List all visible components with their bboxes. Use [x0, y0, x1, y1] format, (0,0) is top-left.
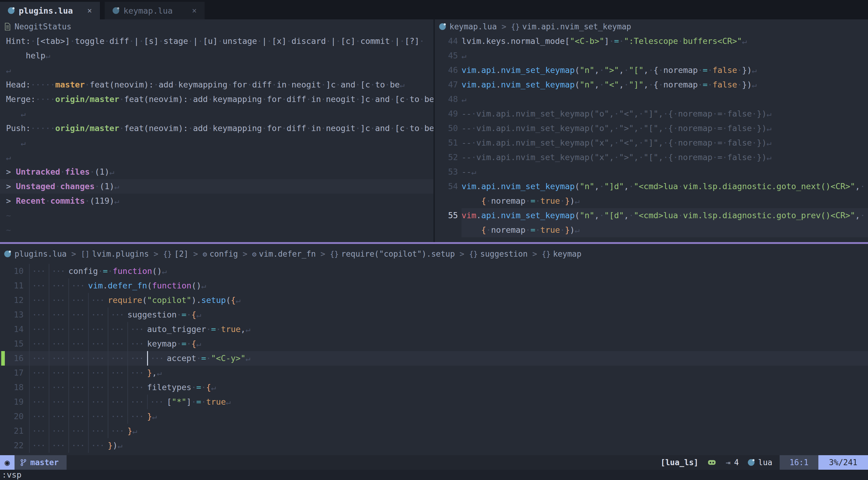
copilot-icon: [707, 458, 717, 467]
breadcrumb-item[interactable]: []lvim.plugins: [81, 249, 149, 258]
buffer-line[interactable]: ~: [0, 208, 433, 223]
gutter-sign-column: [0, 395, 6, 409]
buffer-line[interactable]: ↵: [0, 136, 433, 150]
line-number: 50: [435, 121, 462, 136]
code-line[interactable]: 46vim.api.nvim_set_keymap("n",·">",·"[",…: [435, 63, 868, 77]
code-line[interactable]: 20}↵: [0, 409, 868, 424]
indent-guide: [49, 424, 68, 438]
code-line[interactable]: 14auto_trigger·=·true,↵: [0, 322, 868, 337]
code-line[interactable]: 18filetypes·=·{↵: [0, 380, 868, 395]
gutter-sign-column: [0, 308, 6, 322]
indent-guide: [88, 409, 108, 424]
breadcrumb-separator: >: [455, 249, 469, 258]
code-line[interactable]: 13suggestion·=·{↵: [0, 308, 868, 322]
indent-guide: [108, 409, 127, 424]
code-line[interactable]: 45↵: [435, 49, 868, 63]
buffer-line[interactable]: ↵: [0, 63, 433, 77]
buffer-line[interactable]: > Untracked·files·(1)↵: [0, 165, 433, 179]
breadcrumb-item[interactable]: {}keymap: [542, 249, 581, 258]
code-line[interactable]: 52--·vim.api.nvim_set_keymap("x",·">",·"…: [435, 150, 868, 165]
indent-guide: [68, 409, 88, 424]
indent-guide: [108, 424, 127, 438]
code-line[interactable]: 53--↵: [435, 165, 868, 179]
breadcrumb-item[interactable]: {}suggestion: [469, 249, 528, 258]
tab-width-value: 4: [734, 458, 739, 467]
buffer-line[interactable]: help↵: [0, 49, 433, 63]
line-number: 18: [6, 380, 24, 395]
code-line[interactable]: 49--·vim.api.nvim_set_keymap("o",·"<",·"…: [435, 106, 868, 121]
indent-guide: [108, 395, 127, 409]
close-icon[interactable]: ×: [192, 6, 197, 15]
code-line[interactable]: {·noremap·=·true·})↵: [435, 194, 868, 208]
buffer-line[interactable]: ~: [0, 223, 433, 237]
indent-guide: [88, 351, 108, 365]
indent-guide: [29, 337, 49, 351]
code-line[interactable]: 11vim.defer_fn(function()↵: [0, 279, 868, 293]
buffer-line[interactable]: Push:·····origin/master·feat(neovim):·ad…: [0, 121, 433, 136]
breadcrumb-item[interactable]: {}vim.api.nvim_set_keymap: [511, 22, 631, 31]
tab-label: plugins.lua: [19, 6, 83, 15]
neogit-winbar: NeogitStatus: [0, 20, 433, 34]
code-line[interactable]: 47vim.api.nvim_set_keymap("n",·"<",·"]",…: [435, 77, 868, 92]
breadcrumb-item[interactable]: plugins.lua: [4, 249, 67, 258]
buffer-line[interactable]: ↵: [0, 106, 433, 121]
function-icon: ⚙: [203, 250, 207, 258]
code-line[interactable]: {·noremap·=·true·})↵: [435, 223, 868, 237]
breadcrumb-item[interactable]: {}[2]: [163, 249, 189, 258]
filetype-indicator: lua: [748, 458, 772, 467]
code-line[interactable]: 54vim.api.nvim_set_keymap("n",·"]d",·"<c…: [435, 179, 868, 194]
code-line[interactable]: 51--·vim.api.nvim_set_keymap("x",·"<",·"…: [435, 136, 868, 150]
indent-guide: [68, 337, 88, 351]
code-line[interactable]: 17},↵: [0, 365, 868, 380]
indent-guide: [108, 322, 127, 337]
code-line[interactable]: 15keymap·=·{↵: [0, 337, 868, 351]
line-number: 16: [6, 351, 24, 365]
command-line[interactable]: :vsp: [0, 470, 868, 480]
line-number: 52: [435, 150, 462, 165]
breadcrumb-label: config: [210, 249, 238, 258]
lua-file-icon: [113, 7, 119, 14]
breadcrumb-item[interactable]: keymap.lua: [439, 22, 497, 31]
indent-guide: [127, 409, 147, 424]
code-line[interactable]: 55vim.api.nvim_set_keymap("n",·"[d",·"<c…: [435, 208, 868, 223]
code-line[interactable]: 19["*"]·=·true↵: [0, 395, 868, 409]
tab-width-icon: ⇥: [726, 458, 731, 467]
close-icon[interactable]: ×: [87, 6, 92, 15]
line-number: 55: [435, 208, 462, 223]
git-branch-segment[interactable]: master: [14, 455, 67, 470]
indent-guide: [29, 424, 49, 438]
breadcrumb-label: keymap.lua: [450, 22, 497, 31]
buffer-line[interactable]: Merge:····origin/master·feat(neovim):·ad…: [0, 92, 433, 106]
buffer-line[interactable]: > Unstaged·changes·(1)↵: [0, 179, 433, 194]
indent-guide: [29, 279, 49, 293]
mode-indicator: ◉: [0, 455, 14, 470]
tab-width-indicator: ⇥ 4: [726, 458, 739, 467]
code-line[interactable]: 12require("copilot").setup({↵: [0, 293, 868, 308]
tab-keymap-lua[interactable]: keymap.lua ×: [105, 2, 205, 20]
breadcrumb-item[interactable]: ⚙config: [203, 249, 238, 258]
buffer-title: NeogitStatus: [14, 22, 71, 31]
buffer-line[interactable]: Head:·····master·feat(neovim):·add·keyma…: [0, 77, 433, 92]
code-line[interactable]: 44lvim.keys.normal_mode["<C-b>"]·=·":Tel…: [435, 34, 868, 49]
indent-guide: [49, 279, 68, 293]
buffer-line[interactable]: Hint:·[<tab>]·toggle·diff·|·[s]·stage·|·…: [0, 34, 433, 49]
indent-guide: [127, 365, 147, 380]
breadcrumb-item[interactable]: ⚙vim.defer_fn: [252, 249, 316, 258]
buffer-line[interactable]: ↵: [0, 150, 433, 165]
breadcrumb-separator: >: [238, 249, 252, 258]
code-line[interactable]: 10config·=·function()↵: [0, 264, 868, 279]
code-line[interactable]: 50--·vim.api.nvim_set_keymap("o",·">",·"…: [435, 121, 868, 136]
code-line[interactable]: 21}↵: [0, 424, 868, 438]
tab-plugins-lua[interactable]: plugins.lua ×: [0, 2, 100, 20]
breadcrumb-item[interactable]: {}require("copilot").setup: [330, 249, 455, 258]
indent-guide: [68, 322, 88, 337]
code-line[interactable]: 16accept·=·"<C-y>"↵: [0, 351, 868, 365]
gutter-sign-column: [0, 380, 6, 395]
gutter-sign-column: [0, 438, 6, 453]
buffer-line[interactable]: > Recent·commits·(119)↵: [0, 194, 433, 208]
code-line[interactable]: 22})↵: [0, 438, 868, 453]
indent-guide: [68, 424, 88, 438]
code-line[interactable]: 48↵: [435, 92, 868, 106]
gutter-sign-column: [0, 264, 6, 279]
lua-file-icon: [748, 459, 754, 466]
